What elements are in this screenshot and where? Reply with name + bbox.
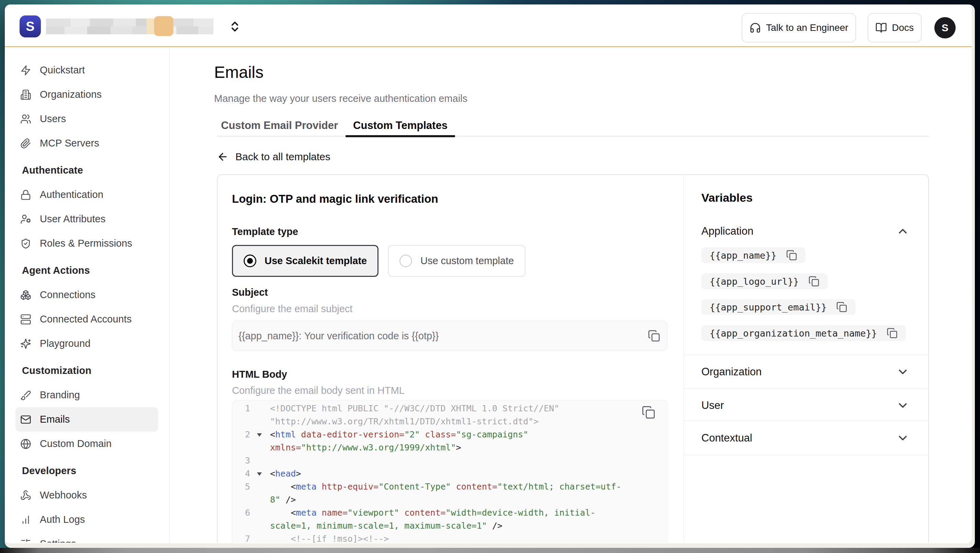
sidebar-item-label: Connected Accounts [40,313,132,325]
variable-chip-app-organization-meta-name[interactable]: {{app_organization_meta_name}} [702,325,906,341]
line-number: 2 [232,428,250,441]
html-body-editor[interactable]: 1<!DOCTYPE html PUBLIC "-//W3C//DTD XHTM… [232,400,667,543]
variable-chip-app-logo-url[interactable]: {{app_logo_url}} [702,273,828,289]
sidebar-item-mcp-servers[interactable]: MCP Servers [16,131,158,156]
sidebar-item-quickstart[interactable]: Quickstart [16,58,158,82]
app-window: S Talk to an Engineer Docs S [5,5,972,543]
variable-chip-label: {{app_organization_meta_name}} [710,328,877,338]
code-row: "http://www.w3.org/TR/xhtml1/DTD/xhtml1-… [232,415,667,428]
variables-section-application[interactable]: Application [702,222,909,241]
copy-variable-icon[interactable] [887,327,898,338]
arrow-left-icon [217,151,229,163]
radio-option-label: Use Scalekit template [264,255,367,267]
sidebar-item-authentication[interactable]: Authentication [16,183,158,207]
back-link[interactable]: Back to all templates [217,147,331,166]
radio-option-use-scalekit-template[interactable]: Use Scalekit template [232,245,379,277]
chevron-down-icon [896,399,909,412]
sidebar-item-label: Webhooks [40,489,87,501]
sidebar-item-playground[interactable]: Playground [16,331,158,356]
html-body-label: HTML Body [232,369,287,380]
sidebar-item-user-attributes[interactable]: User Attributes [16,207,158,231]
boxes-icon [20,289,31,300]
talk-to-engineer-label: Talk to an Engineer [766,22,848,33]
code-row: 7 <!--[if !mso]><!--> [232,532,667,543]
fold-toggle-icon[interactable] [257,472,262,476]
sidebar-item-webhooks[interactable]: Webhooks [16,483,158,507]
tab-custom-templates[interactable]: Custom Templates [345,114,455,137]
server-icon [20,314,31,325]
page-subtitle: Manage the way your users receive authen… [214,93,467,104]
section-divider [684,388,929,389]
book-open-icon [875,22,887,33]
org-logo-letter: S [26,19,34,34]
sidebar-item-settings[interactable]: Settings [16,532,158,543]
code-row: scale=1, minimum-scale=1, maximum-scale=… [232,520,667,532]
sidebar-item-branding[interactable]: Branding [16,383,158,407]
sidebar-item-label: Roles & Permissions [40,238,132,249]
sidebar-item-connected-accounts[interactable]: Connected Accounts [16,307,158,331]
code-row: 6 <meta name="viewport" content="width=d… [232,506,667,520]
sidebar-item-roles-and-permissions[interactable]: Roles & Permissions [16,231,158,256]
sidebar-item-label: Settings [40,538,76,543]
section-divider [684,420,929,421]
sidebar-item-label: Branding [40,389,80,401]
sidebar-item-connections[interactable]: Connections [16,283,158,307]
sidebar-item-custom-domain[interactable]: Custom Domain [16,432,158,456]
paperclip-icon [20,138,31,149]
sidebar-section-authenticate: Authenticate [5,158,169,183]
variable-chip-label: {{app_support_email}} [710,302,827,313]
code-row: 4<head> [232,467,667,480]
line-number: 1 [232,402,250,415]
radio-selected-icon [243,254,256,267]
sidebar-item-label: MCP Servers [40,138,99,149]
sparkles-icon [20,338,31,349]
subject-value: {{app_name}}: Your verification code is … [239,331,648,342]
copy-subject-icon[interactable] [648,330,660,342]
talk-to-engineer-button[interactable]: Talk to an Engineer [741,13,856,43]
page-title: Emails [214,63,264,82]
shield-check-icon [20,238,31,249]
line-number: 6 [232,506,250,520]
variables-section-user[interactable]: User [702,396,909,415]
sidebar-section-agent-actions: Agent Actions [5,258,169,283]
chevron-down-icon [896,365,909,378]
sidebar-item-emails[interactable]: Emails [16,407,158,432]
users-icon [20,114,31,124]
variable-chip-app-name[interactable]: {{app_name}} [702,247,805,263]
subject-input[interactable]: {{app_name}}: Your verification code is … [232,321,667,351]
org-name-redacted [46,19,213,34]
variables-section-label: User [702,399,724,412]
chevron-down-icon [896,432,909,445]
sidebar-item-users[interactable]: Users [16,107,158,131]
copy-variable-icon[interactable] [786,250,797,261]
variables-section-contextual[interactable]: Contextual [702,429,909,448]
sidebar-section-developers: Developers [5,459,169,483]
tabs: Custom Email ProviderCustom Templates [170,114,972,137]
user-avatar[interactable]: S [934,17,956,38]
topbar: S Talk to an Engineer Docs S [5,5,972,47]
fold-toggle-icon[interactable] [257,433,262,437]
docs-label: Docs [892,22,914,33]
variable-chip-app-support-email[interactable]: {{app_support_email}} [702,299,856,315]
variables-section-label: Application [702,225,754,237]
code-row: 3 [232,454,667,467]
variables-section-label: Contextual [702,432,752,444]
variables-section-organization[interactable]: Organization [702,362,909,381]
tab-label: Custom Email Provider [221,119,338,132]
copy-variable-icon[interactable] [808,276,819,287]
sidebar-item-label: Connections [40,289,95,300]
sidebar-item-auth-logs[interactable]: Auth Logs [16,507,158,532]
globe-icon [20,439,31,450]
copy-variable-icon[interactable] [836,302,847,313]
docs-button[interactable]: Docs [867,13,922,43]
sidebar-item-organizations[interactable]: Organizations [16,82,158,107]
line-number: 3 [232,454,250,467]
sidebar: QuickstartOrganizationsUsersMCP ServersA… [5,47,170,543]
sidebar-section-customization: Customization [5,359,169,383]
radio-option-label: Use custom template [420,255,514,267]
radio-option-use-custom-template[interactable]: Use custom template [388,245,525,277]
tab-custom-email-provider[interactable]: Custom Email Provider [213,114,345,137]
topbar-actions: Talk to an Engineer Docs S [741,13,972,43]
org-switcher[interactable]: S [5,5,241,47]
building-icon [20,89,31,100]
